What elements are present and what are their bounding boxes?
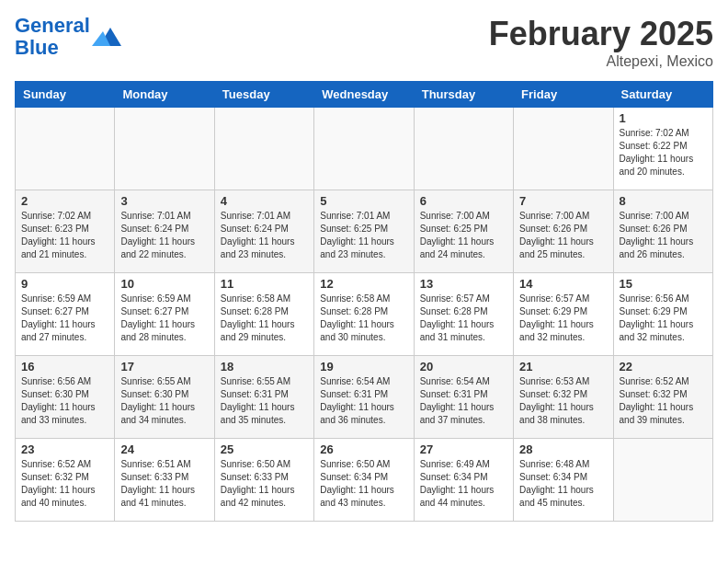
day-header-wednesday: Wednesday [314, 82, 414, 108]
day-number: 27 [420, 442, 507, 456]
day-number: 26 [320, 442, 407, 456]
calendar-cell: 25Sunrise: 6:50 AMSunset: 6:33 PMDayligh… [214, 439, 313, 522]
day-number: 28 [519, 442, 607, 456]
day-info: Sunrise: 6:54 AMSunset: 6:31 PMDaylight:… [420, 375, 507, 427]
day-info: Sunrise: 7:02 AMSunset: 6:23 PMDaylight:… [21, 210, 108, 261]
logo-icon [92, 24, 121, 50]
day-number: 20 [420, 360, 507, 373]
day-info: Sunrise: 7:02 AMSunset: 6:22 PMDaylight:… [620, 127, 707, 178]
calendar-cell [115, 108, 214, 190]
day-info: Sunrise: 6:51 AMSunset: 6:33 PMDaylight:… [120, 458, 208, 510]
day-number: 16 [21, 360, 108, 373]
calendar-cell: 9Sunrise: 6:59 AMSunset: 6:27 PMDaylight… [16, 273, 115, 356]
calendar-cell: 23Sunrise: 6:52 AMSunset: 6:32 PMDayligh… [16, 439, 115, 522]
calendar-cell [613, 439, 712, 522]
day-info: Sunrise: 6:50 AMSunset: 6:33 PMDaylight:… [221, 458, 308, 510]
day-info: Sunrise: 6:56 AMSunset: 6:29 PMDaylight:… [620, 293, 707, 344]
calendar-cell: 6Sunrise: 7:00 AMSunset: 6:25 PMDaylight… [414, 190, 513, 273]
day-number: 12 [320, 277, 407, 291]
calendar-cell: 18Sunrise: 6:55 AMSunset: 6:31 PMDayligh… [214, 356, 313, 439]
calendar-cell: 8Sunrise: 7:00 AMSunset: 6:26 PMDaylight… [613, 190, 712, 273]
calendar-cell: 7Sunrise: 7:00 AMSunset: 6:26 PMDaylight… [514, 190, 613, 273]
calendar-cell: 14Sunrise: 6:57 AMSunset: 6:29 PMDayligh… [514, 273, 613, 356]
calendar-cell: 10Sunrise: 6:59 AMSunset: 6:27 PMDayligh… [115, 273, 214, 356]
week-row-1: 1Sunrise: 7:02 AMSunset: 6:22 PMDaylight… [16, 108, 713, 190]
calendar-cell: 17Sunrise: 6:55 AMSunset: 6:30 PMDayligh… [115, 356, 214, 439]
day-number: 11 [221, 277, 308, 291]
week-row-5: 23Sunrise: 6:52 AMSunset: 6:32 PMDayligh… [16, 439, 713, 522]
day-info: Sunrise: 7:00 AMSunset: 6:25 PMDaylight:… [420, 210, 507, 261]
day-info: Sunrise: 6:48 AMSunset: 6:34 PMDaylight:… [519, 458, 607, 510]
day-number: 23 [21, 442, 108, 456]
day-info: Sunrise: 6:54 AMSunset: 6:31 PMDaylight:… [320, 375, 407, 427]
title-block: February 2025 Altepexi, Mexico [489, 15, 713, 70]
day-info: Sunrise: 7:00 AMSunset: 6:26 PMDaylight:… [620, 210, 707, 261]
day-number: 4 [221, 194, 308, 208]
calendar-cell [16, 108, 115, 190]
calendar-title: February 2025 [489, 15, 713, 53]
day-header-tuesday: Tuesday [214, 82, 313, 108]
calendar-cell: 2Sunrise: 7:02 AMSunset: 6:23 PMDaylight… [16, 190, 115, 273]
calendar-cell: 1Sunrise: 7:02 AMSunset: 6:22 PMDaylight… [613, 108, 712, 190]
day-number: 7 [519, 194, 607, 208]
day-number: 19 [320, 360, 407, 373]
week-row-4: 16Sunrise: 6:56 AMSunset: 6:30 PMDayligh… [16, 356, 713, 439]
day-number: 21 [519, 360, 607, 373]
day-number: 14 [519, 277, 607, 291]
day-info: Sunrise: 6:52 AMSunset: 6:32 PMDaylight:… [21, 458, 108, 510]
day-info: Sunrise: 7:00 AMSunset: 6:26 PMDaylight:… [519, 210, 607, 261]
calendar-cell: 24Sunrise: 6:51 AMSunset: 6:33 PMDayligh… [115, 439, 214, 522]
page-header: General Blue February 2025 Altepexi, Mex… [15, 15, 713, 70]
calendar-cell [414, 108, 513, 190]
day-number: 5 [320, 194, 407, 208]
day-number: 8 [620, 194, 707, 208]
calendar-cell: 5Sunrise: 7:01 AMSunset: 6:25 PMDaylight… [314, 190, 414, 273]
day-info: Sunrise: 6:59 AMSunset: 6:27 PMDaylight:… [120, 293, 208, 344]
calendar-cell: 21Sunrise: 6:53 AMSunset: 6:32 PMDayligh… [514, 356, 613, 439]
day-info: Sunrise: 7:01 AMSunset: 6:24 PMDaylight:… [221, 210, 308, 261]
day-info: Sunrise: 6:58 AMSunset: 6:28 PMDaylight:… [320, 293, 407, 344]
day-info: Sunrise: 6:57 AMSunset: 6:28 PMDaylight:… [420, 293, 507, 344]
calendar-cell: 12Sunrise: 6:58 AMSunset: 6:28 PMDayligh… [314, 273, 414, 356]
day-info: Sunrise: 6:52 AMSunset: 6:32 PMDaylight:… [620, 375, 707, 427]
day-info: Sunrise: 6:55 AMSunset: 6:30 PMDaylight:… [120, 375, 208, 427]
calendar-cell: 16Sunrise: 6:56 AMSunset: 6:30 PMDayligh… [16, 356, 115, 439]
calendar-cell [514, 108, 613, 190]
week-row-3: 9Sunrise: 6:59 AMSunset: 6:27 PMDaylight… [16, 273, 713, 356]
day-info: Sunrise: 7:01 AMSunset: 6:25 PMDaylight:… [320, 210, 407, 261]
day-number: 25 [221, 442, 308, 456]
day-number: 9 [21, 277, 108, 291]
day-header-row: SundayMondayTuesdayWednesdayThursdayFrid… [16, 82, 713, 108]
calendar-cell: 20Sunrise: 6:54 AMSunset: 6:31 PMDayligh… [414, 356, 513, 439]
day-header-thursday: Thursday [414, 82, 513, 108]
day-info: Sunrise: 6:57 AMSunset: 6:29 PMDaylight:… [519, 293, 607, 344]
day-info: Sunrise: 7:01 AMSunset: 6:24 PMDaylight:… [120, 210, 208, 261]
day-info: Sunrise: 6:53 AMSunset: 6:32 PMDaylight:… [519, 375, 607, 427]
day-number: 13 [420, 277, 507, 291]
day-number: 2 [21, 194, 108, 208]
week-row-2: 2Sunrise: 7:02 AMSunset: 6:23 PMDaylight… [16, 190, 713, 273]
day-number: 15 [620, 277, 707, 291]
day-info: Sunrise: 6:49 AMSunset: 6:34 PMDaylight:… [420, 458, 507, 510]
day-number: 3 [120, 194, 208, 208]
day-header-monday: Monday [115, 82, 214, 108]
day-number: 1 [620, 111, 707, 125]
calendar-cell: 15Sunrise: 6:56 AMSunset: 6:29 PMDayligh… [613, 273, 712, 356]
day-header-saturday: Saturday [613, 82, 712, 108]
day-info: Sunrise: 6:56 AMSunset: 6:30 PMDaylight:… [21, 375, 108, 427]
logo-text: General Blue [15, 15, 90, 59]
calendar-table: SundayMondayTuesdayWednesdayThursdayFrid… [15, 81, 713, 522]
day-number: 10 [120, 277, 208, 291]
day-info: Sunrise: 6:55 AMSunset: 6:31 PMDaylight:… [221, 375, 308, 427]
calendar-cell: 28Sunrise: 6:48 AMSunset: 6:34 PMDayligh… [514, 439, 613, 522]
day-header-friday: Friday [514, 82, 613, 108]
calendar-cell: 27Sunrise: 6:49 AMSunset: 6:34 PMDayligh… [414, 439, 513, 522]
calendar-subtitle: Altepexi, Mexico [489, 53, 713, 70]
day-info: Sunrise: 6:58 AMSunset: 6:28 PMDaylight:… [221, 293, 308, 344]
day-header-sunday: Sunday [16, 82, 115, 108]
calendar-cell [214, 108, 313, 190]
calendar-cell: 11Sunrise: 6:58 AMSunset: 6:28 PMDayligh… [214, 273, 313, 356]
calendar-cell: 13Sunrise: 6:57 AMSunset: 6:28 PMDayligh… [414, 273, 513, 356]
day-number: 6 [420, 194, 507, 208]
day-number: 24 [120, 442, 208, 456]
